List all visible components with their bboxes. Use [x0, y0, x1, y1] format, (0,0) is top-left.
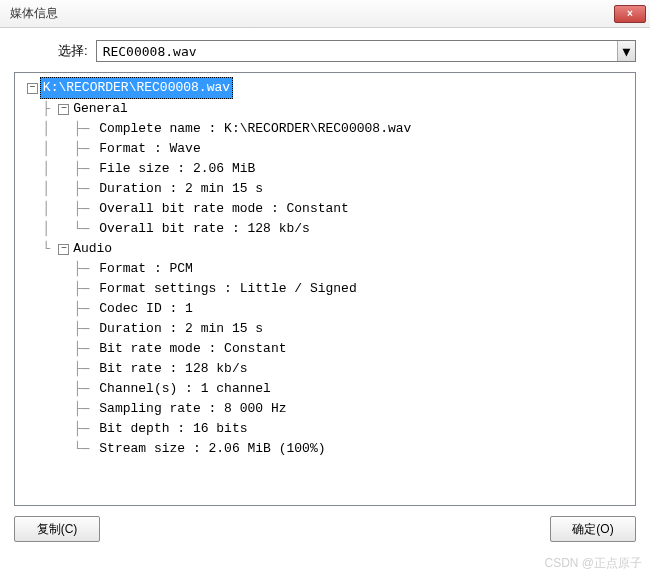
tree-connector: │ ├─	[19, 139, 97, 159]
tree-node-label: Bit depth : 16 bits	[97, 419, 249, 439]
tree-connector: ├─	[19, 399, 97, 419]
tree-node-label: Audio	[71, 239, 114, 259]
expander-icon[interactable]: −	[27, 83, 38, 94]
file-dropdown[interactable]: REC00008.wav ▼	[96, 40, 636, 62]
tree-node-label: Channel(s) : 1 channel	[97, 379, 273, 399]
tree-node-label: Duration : 2 min 15 s	[97, 319, 265, 339]
tree-node-label: Bit rate : 128 kb/s	[97, 359, 249, 379]
selector-row: 选择: REC00008.wav ▼	[14, 40, 636, 62]
expander-icon[interactable]: −	[58, 104, 69, 115]
tree-row[interactable]: ├─ Bit depth : 16 bits	[19, 419, 631, 439]
tree-connector: └	[19, 239, 58, 259]
tree-row[interactable]: ├─ Format settings : Little / Signed	[19, 279, 631, 299]
tree-node-label: Format : Wave	[97, 139, 202, 159]
tree-row[interactable]: │ └─ Overall bit rate : 128 kb/s	[19, 219, 631, 239]
tree-connector: │ ├─	[19, 199, 97, 219]
expander-icon[interactable]: −	[58, 244, 69, 255]
tree-node-label: Sampling rate : 8 000 Hz	[97, 399, 288, 419]
tree-connector: │ ├─	[19, 119, 97, 139]
tree-row[interactable]: ├─ Codec ID : 1	[19, 299, 631, 319]
tree-row[interactable]: ├─ Format : PCM	[19, 259, 631, 279]
tree-connector: ├─	[19, 279, 97, 299]
window-title: 媒体信息	[10, 5, 614, 22]
chevron-down-icon: ▼	[623, 44, 631, 59]
tree-connector: ├─	[19, 359, 97, 379]
tree-connector: ├─	[19, 319, 97, 339]
tree-connector: └─	[19, 439, 97, 459]
tree-panel[interactable]: − K:\RECORDER\REC00008.wav ├ − General │…	[14, 72, 636, 506]
dropdown-button[interactable]: ▼	[617, 41, 635, 61]
tree-node-label: Overall bit rate : 128 kb/s	[97, 219, 312, 239]
tree-row[interactable]: │ ├─ File size : 2.06 MiB	[19, 159, 631, 179]
tree-row[interactable]: ├ − General	[19, 99, 631, 119]
tree-root-label: K:\RECORDER\REC00008.wav	[40, 77, 233, 99]
tree-node-label: Bit rate mode : Constant	[97, 339, 288, 359]
tree-node-label: Stream size : 2.06 MiB (100%)	[97, 439, 327, 459]
tree-node-label: General	[71, 99, 130, 119]
tree-connector: │ ├─	[19, 179, 97, 199]
tree-row[interactable]: ├─ Sampling rate : 8 000 Hz	[19, 399, 631, 419]
ok-button[interactable]: 确定(O)	[550, 516, 636, 542]
tree-connector: ├─	[19, 259, 97, 279]
tree-row[interactable]: ├─ Duration : 2 min 15 s	[19, 319, 631, 339]
tree-connector: │ └─	[19, 219, 97, 239]
dropdown-value: REC00008.wav	[97, 44, 617, 59]
selector-label: 选择:	[58, 42, 88, 60]
tree-row[interactable]: − K:\RECORDER\REC00008.wav	[19, 77, 631, 99]
tree-row[interactable]: │ ├─ Duration : 2 min 15 s	[19, 179, 631, 199]
title-bar: 媒体信息 ×	[0, 0, 650, 28]
tree-connector: ├	[19, 99, 58, 119]
tree-node-label: Format : PCM	[97, 259, 195, 279]
tree-connector: ├─	[19, 299, 97, 319]
tree-node-label: Codec ID : 1	[97, 299, 195, 319]
tree-row[interactable]: ├─ Bit rate : 128 kb/s	[19, 359, 631, 379]
tree-row[interactable]: │ ├─ Format : Wave	[19, 139, 631, 159]
tree-connector: ├─	[19, 339, 97, 359]
tree-connector: ├─	[19, 419, 97, 439]
tree-node-label: Overall bit rate mode : Constant	[97, 199, 351, 219]
tree-node-label: File size : 2.06 MiB	[97, 159, 257, 179]
watermark: CSDN @正点原子	[544, 555, 642, 572]
close-button[interactable]: ×	[614, 5, 646, 23]
tree-row[interactable]: └ − Audio	[19, 239, 631, 259]
tree-row[interactable]: └─ Stream size : 2.06 MiB (100%)	[19, 439, 631, 459]
tree-connector: ├─	[19, 379, 97, 399]
tree-node-label: Format settings : Little / Signed	[97, 279, 358, 299]
tree-row[interactable]: ├─ Channel(s) : 1 channel	[19, 379, 631, 399]
tree-node-label: Complete name : K:\RECORDER\REC00008.wav	[97, 119, 413, 139]
copy-button[interactable]: 复制(C)	[14, 516, 100, 542]
tree-row[interactable]: │ ├─ Overall bit rate mode : Constant	[19, 199, 631, 219]
tree-connector: │ ├─	[19, 159, 97, 179]
tree-connector	[19, 78, 27, 98]
tree-row[interactable]: │ ├─ Complete name : K:\RECORDER\REC0000…	[19, 119, 631, 139]
content-area: 选择: REC00008.wav ▼ − K:\RECORDER\REC0000…	[0, 28, 650, 556]
close-icon: ×	[627, 8, 633, 19]
tree-row[interactable]: ├─ Bit rate mode : Constant	[19, 339, 631, 359]
button-row: 复制(C) 确定(O)	[14, 516, 636, 544]
tree-node-label: Duration : 2 min 15 s	[97, 179, 265, 199]
